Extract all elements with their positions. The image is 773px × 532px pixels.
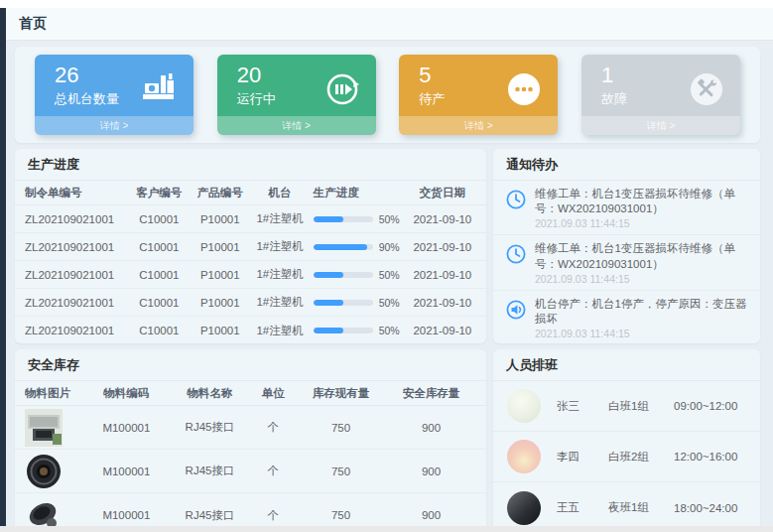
machine-name: 1#注塑机 [250,211,309,226]
column-header: 机台 [250,186,309,200]
progress-percent: 50% [379,325,400,336]
stat-value: 20 [237,64,276,87]
progress-percent: 50% [379,269,400,281]
page-header: 首页 [6,8,773,41]
production-row: ZL202109021001 C10001 P10001 1#注塑机 50% 2… [15,205,486,233]
stat-label: 运行中 [237,90,276,108]
notification-text: 维修工单：机台1变压器损坏待维修（单号：WX202109031001） [535,187,750,216]
stat-card-pending[interactable]: 5 待产 详情 > [399,55,558,135]
delivery-date: 2021-09-10 [409,325,476,336]
schedule-row: 李四 白班2组 12:00~16:00 [493,432,760,482]
column-header: 单位 [250,386,296,401]
inventory-row: M100001 RJ45接口 个 750 900 [15,406,486,450]
stock-quantity: 750 [296,509,386,521]
machine-name: 1#注塑机 [250,267,309,282]
order-no: ZL202109021001 [25,241,129,253]
product-no: P10001 [190,269,250,281]
material-unit: 个 [250,508,296,523]
avatar [507,389,541,423]
progress-cell: 90% [310,241,409,253]
detail-link[interactable]: 详情 > [217,116,376,135]
notification-item[interactable]: 维修工单：机台1变压器损坏待维修（单号：WX202109031001） 2021… [493,235,760,290]
product-no: P10001 [190,213,250,225]
machine-name: 1#注塑机 [250,324,309,338]
schedule-row: 王五 夜班1组 18:00~24:00 [493,482,760,532]
progress-bar [314,216,373,222]
stat-card-content: 26 总机台数量 [35,55,193,108]
safety-quantity: 900 [386,466,476,477]
detail-link[interactable]: 详情 > [399,116,558,135]
rj45-connector-image [25,409,83,447]
panel-title: 通知待办 [493,149,760,181]
stat-card-content: 1 故障 [581,55,740,111]
product-no: P10001 [190,297,250,309]
column-header: 物料编码 [83,386,169,401]
tools-icon [689,71,724,111]
page-title: 首页 [19,15,47,33]
stat-value: 1 [601,64,627,87]
delivery-date: 2021-09-10 [409,297,476,309]
delivery-date: 2021-09-10 [409,269,476,281]
customer-no: C10001 [129,269,190,281]
stat-value: 5 [419,64,445,87]
top-strip [0,0,773,8]
order-no: ZL202109021001 [25,297,129,309]
column-header: 产品编号 [190,186,250,200]
column-header: 交货日期 [409,186,476,200]
stats-panel: 26 总机台数量 详情 > [15,47,760,143]
production-progress-panel: 生产进度 制令单编号 客户编号 产品编号 机台 生产进度 交货日期 ZL2021… [15,149,486,343]
notification-item[interactable]: 维修工单：机台1变压器损坏待维修（单号：WX202109031001） 2021… [493,181,760,235]
shift-name: 白班1组 [608,399,674,414]
notification-body: 维修工单：机台1变压器损坏待维修（单号：WX202109031001） 2021… [535,187,750,229]
dashboard-screen: 首页 26 总机台数量 [0,0,773,532]
panel-title: 生产进度 [15,149,486,181]
customer-no: C10001 [129,297,190,309]
stat-card-content: 20 运行中 [217,55,376,111]
stat-card-fault[interactable]: 1 故障 详情 > [581,55,740,135]
stat-card-running[interactable]: 20 运行中 详情 > [217,55,376,135]
speaker-icon [505,299,529,339]
progress-percent: 90% [379,241,400,253]
machine-name: 1#注塑机 [250,239,309,254]
progress-bar [314,244,373,250]
notification-time: 2021.09.03 11:44:15 [535,273,750,285]
machine-icon [142,71,178,108]
column-header: 物料名称 [170,386,251,401]
avatar [507,440,541,473]
column-header: 制令单编号 [25,186,129,200]
notification-body: 机台停产：机台1停产，停产原因：变压器损坏 2021.09.03 11:44:1… [535,297,750,339]
stat-card-total-machines[interactable]: 26 总机台数量 详情 > [35,55,193,135]
progress-cell: 50% [310,325,409,336]
safety-inventory-panel: 安全库存 物料图片 物料编码 物料名称 单位 库存现有量 安全库存量 M1000… [15,349,486,532]
progress-bar [314,300,373,306]
column-header: 客户编号 [129,186,190,200]
notification-time: 2021.09.03 11:44:15 [535,328,750,339]
notification-body: 维修工单：机台1变压器损坏待维修（单号：WX202109031001） 2021… [535,241,750,284]
column-header: 安全库存量 [386,386,476,401]
material-name: RJ45接口 [170,508,251,523]
order-no: ZL202109021001 [25,325,129,336]
content-area: 26 总机台数量 详情 > [6,41,773,532]
product-no: P10001 [190,241,250,253]
employee-name: 张三 [557,399,608,414]
column-header: 生产进度 [310,186,409,200]
customer-no: C10001 [129,213,190,225]
order-no: ZL202109021001 [25,213,129,225]
detail-link[interactable]: 详情 > [35,116,193,135]
speaker-front-image [25,453,83,490]
production-row: ZL202109021001 C10001 P10001 1#注塑机 50% 2… [15,261,486,289]
detail-link[interactable]: 详情 > [581,116,740,135]
delivery-date: 2021-09-10 [409,213,476,225]
staff-schedule-panel: 人员排班 张三 白班1组 09:00~12:00 李四 白班2组 12:00~1… [493,349,760,532]
safety-quantity: 900 [386,422,476,434]
material-code: M100001 [83,466,169,477]
horizontal-scrollbar[interactable] [0,526,773,532]
notification-item[interactable]: 机台停产：机台1停产，停产原因：变压器损坏 2021.09.03 11:44:1… [493,291,760,343]
stat-card-content: 5 待产 [399,55,558,111]
progress-cell: 50% [310,269,409,281]
stat-label: 故障 [601,90,627,108]
shift-time: 12:00~16:00 [674,451,746,463]
delivery-date: 2021-09-10 [409,241,476,253]
machine-name: 1#注塑机 [250,295,309,310]
clock-icon [505,189,529,229]
